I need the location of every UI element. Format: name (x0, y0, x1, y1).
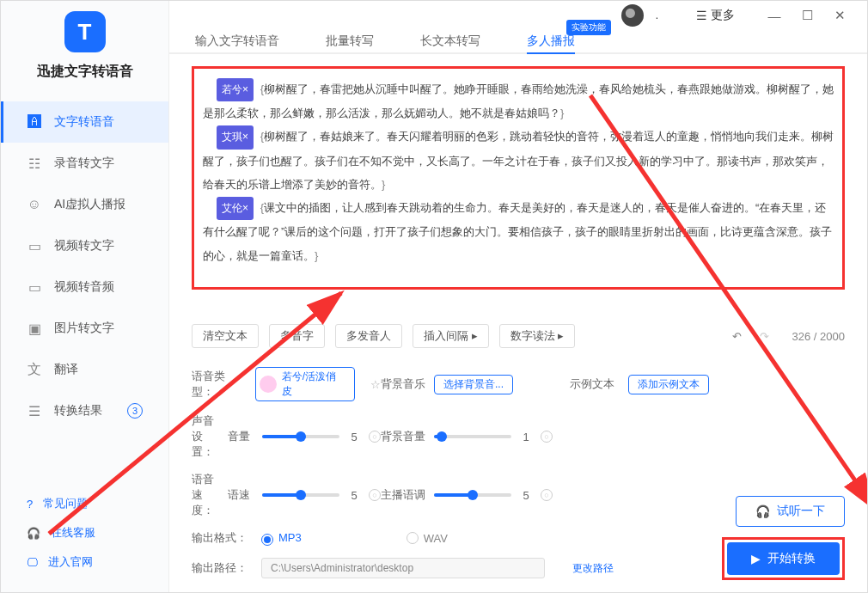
format-mp3-option[interactable]: MP3 (261, 531, 302, 546)
insert-pause-button[interactable]: 插入间隔 ▸ (413, 324, 489, 348)
close-button[interactable]: ✕ (829, 5, 850, 26)
sidebar-item-ai-avatar[interactable]: ☺ AI虚拟人播报 (1, 184, 168, 225)
more-label: 更多 (711, 8, 735, 23)
tone-slider-row: 主播语调 5 ○ (381, 487, 553, 503)
change-path-link[interactable]: 更改路径 (572, 561, 614, 576)
char-max: 2000 (820, 330, 845, 343)
speaker-tag-ailun[interactable]: 艾伦× (217, 197, 254, 220)
sidebar-item-results[interactable]: ☰ 转换结果 3 (1, 390, 168, 431)
volume-sublabel: 音量 (228, 429, 254, 444)
headphones-icon: 🎧 (755, 504, 770, 518)
sample-label: 示例文本 (570, 376, 614, 392)
results-icon: ☰ (27, 403, 42, 419)
play-icon: ▶ (751, 552, 761, 565)
app-logo: T (64, 11, 106, 52)
tab-badge-experimental: 实验功能 (566, 20, 611, 35)
question-icon: ? (27, 498, 33, 510)
speed-value: 5 (348, 489, 360, 502)
preview-button[interactable]: 🎧 试听一下 (736, 496, 845, 527)
sidebar-item-translate[interactable]: 文 翻译 (1, 349, 168, 390)
sidebar-item-tts[interactable]: 🅰 文字转语音 (1, 101, 168, 143)
polyphone-button[interactable]: 多音字 (269, 324, 325, 348)
sidebar-item-label: 文字转语音 (54, 114, 114, 130)
more-button[interactable]: ☰ 更多 (696, 8, 735, 23)
volume-slider[interactable] (262, 435, 339, 438)
sidebar: T 迅捷文字转语音 🅰 文字转语音 ☷ 录音转文字 ☺ AI虚拟人播报 ▭ 视频… (1, 1, 169, 592)
support-link[interactable]: 🎧 在线客服 (1, 518, 168, 547)
tab-batch[interactable]: 批量转写 (326, 30, 374, 52)
number-reading-button[interactable]: 数字读法 ▸ (499, 324, 576, 348)
tts-icon: 🅰 (27, 114, 42, 130)
speed-reset[interactable]: ○ (369, 489, 381, 501)
website-link[interactable]: 🖵 进入官网 (1, 547, 168, 577)
titlebar: . ☰ 更多 — ☐ ✕ (169, 1, 867, 30)
tab-label: 长文本转写 (420, 34, 480, 49)
char-current: 326 (792, 330, 811, 343)
bg-music-select[interactable]: 选择背景音... (434, 375, 513, 394)
format-wav-option[interactable]: WAV (406, 532, 448, 545)
editor-toolbar: 清空文本 多音字 多发音人 插入间隔 ▸ 数字读法 ▸ ↶ ↷ 326 / 20… (192, 324, 845, 348)
char-count: 326 / 2000 (792, 330, 845, 343)
bg-volume-value: 1 (520, 431, 532, 443)
sidebar-item-video-to-audio[interactable]: ▭ 视频转音频 (1, 266, 168, 308)
path-label: 输出路径： (192, 560, 248, 576)
tab-label: 多人播报 (527, 34, 575, 49)
speaker-tag-ruoxi[interactable]: 若兮× (217, 78, 254, 101)
faq-link[interactable]: ? 常见问题 (1, 489, 168, 518)
tab-multi-voice[interactable]: 多人播报 实验功能 (527, 30, 575, 52)
voice-avatar-icon (260, 376, 277, 393)
redo-button[interactable]: ↷ (756, 327, 773, 345)
bg-volume-slider-row: 背景音量 1 ○ (381, 429, 553, 444)
volume-value: 5 (348, 431, 360, 443)
sidebar-bottom-links: ? 常见问题 🎧 在线客服 🖵 进入官网 (1, 489, 168, 592)
user-avatar[interactable] (621, 4, 644, 27)
radio-icon (406, 532, 419, 544)
hamburger-icon: ☰ (696, 9, 707, 22)
tab-input-tts[interactable]: 输入文字转语音 (195, 30, 279, 52)
monitor-icon: 🖵 (27, 556, 38, 569)
speed-slider[interactable] (262, 493, 339, 497)
favorite-icon[interactable]: ☆ (370, 378, 381, 391)
tone-slider[interactable] (434, 493, 511, 497)
audio-icon: ▭ (27, 279, 42, 295)
speaker-name: 艾伦 (222, 202, 242, 214)
bg-volume-slider[interactable] (434, 435, 511, 438)
minimize-button[interactable]: — (764, 5, 785, 26)
voice-type-label: 语音类型： (192, 369, 247, 400)
sidebar-item-label: 转换结果 (54, 403, 102, 419)
maximize-button[interactable]: ☐ (797, 5, 817, 26)
record-icon: ☷ (27, 156, 42, 171)
format-label: 输出格式： (192, 530, 248, 546)
radio-icon (261, 534, 273, 546)
action-buttons: 🎧 试听一下 ▶ 开始转换 (722, 496, 845, 580)
sidebar-item-record-to-text[interactable]: ☷ 录音转文字 (1, 143, 168, 184)
voice-name: 若兮/活泼俏皮 (282, 370, 345, 399)
speaker-tag-aiqi[interactable]: 艾琪× (217, 125, 254, 149)
user-name: . (656, 9, 658, 21)
undo-button[interactable]: ↶ (729, 327, 746, 345)
bg-music-label: 背景音乐 (381, 376, 425, 392)
start-convert-button[interactable]: ▶ 开始转换 (727, 542, 840, 575)
app-title: 迅捷文字转语音 (1, 63, 168, 81)
tone-reset[interactable]: ○ (541, 489, 553, 501)
tab-label: 输入文字转语音 (195, 34, 279, 49)
clear-text-button[interactable]: 清空文本 (192, 324, 259, 348)
bg-volume-reset[interactable]: ○ (541, 431, 553, 443)
text-editor[interactable]: 若兮× {柳树醒了，春雷把她从沉睡中叫醒了。她睁开睡眼，春雨给她洗澡，春风给她梳… (192, 66, 845, 290)
editor-text: 柳树醒了，春雷把她从沉睡中叫醒了。她睁开睡眼，春雨给她洗澡，春风给她梳头，春燕跟… (203, 83, 834, 119)
preview-label: 试听一下 (777, 504, 825, 519)
bottom-link-label: 进入官网 (48, 554, 93, 570)
content-area: 若兮× {柳树醒了，春雷把她从沉睡中叫醒了。她睁开睡眼，春雨给她洗澡，春风给她梳… (169, 54, 867, 592)
sidebar-item-label: AI虚拟人播报 (54, 197, 125, 212)
sidebar-item-label: 视频转文字 (54, 238, 114, 254)
output-path-input[interactable] (261, 558, 545, 578)
voice-select[interactable]: 若兮/活泼俏皮 (255, 367, 355, 401)
volume-reset[interactable]: ○ (369, 431, 381, 443)
speed-label: 语音速度： (192, 472, 219, 518)
multi-speaker-button[interactable]: 多发音人 (335, 324, 402, 348)
add-sample-button[interactable]: 添加示例文本 (628, 375, 709, 394)
tab-longtext[interactable]: 长文本转写 (420, 30, 480, 52)
sidebar-item-video-to-text[interactable]: ▭ 视频转文字 (1, 225, 168, 266)
bg-volume-sublabel: 背景音量 (381, 429, 425, 444)
sidebar-item-image-to-text[interactable]: ▣ 图片转文字 (1, 308, 168, 349)
